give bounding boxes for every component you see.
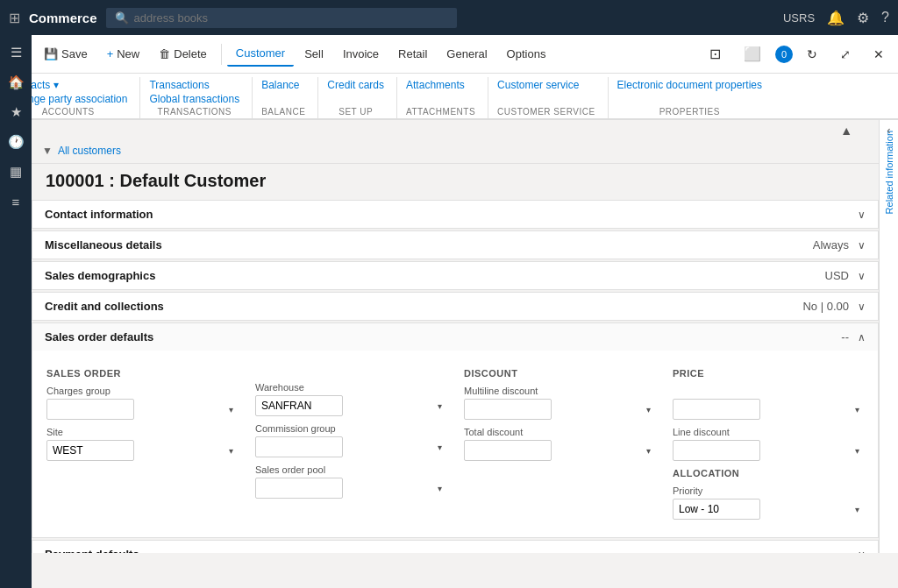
section-payment-defaults-header[interactable]: Payment defaults -- ∨ [32,541,878,553]
ribbon-group-attachments: Attachments Attachments [406,77,488,118]
ribbon-group-balance: Balance Balance [261,77,318,118]
ribbon-credit-cards[interactable]: Credit cards [327,79,384,91]
line-discount-field: Line discount [673,427,864,461]
sidebar-modules[interactable]: ≡ [2,188,30,216]
section-contact-information-header[interactable]: Contact information ∨ [32,201,878,228]
site-field: Site WEST [46,427,238,461]
panel-collapse-icon[interactable]: ‹ [887,124,890,137]
price-select[interactable] [673,399,760,420]
multiline-discount-field: Multiline discount [464,386,655,420]
sod-col-warehouse: Warehouse SANFRAN Commission group [255,368,446,520]
tab-general[interactable]: General [438,42,495,66]
command-bar: ☰ 💾 Save + New 🗑 Delete Customer Sell In… [0,35,898,74]
sidebar-favorites[interactable]: ★ [2,120,30,126]
commission-group-select[interactable] [255,436,343,457]
sod-col-discount: DISCOUNT Multiline discount To [464,368,655,520]
section-credit-collections: Credit and collections No | 0.00 ∨ [32,292,879,321]
save-button[interactable]: 💾 Save [35,42,96,66]
main-scroll: ▲ ▼ All customers 100001 : Default Custo… [32,120,879,553]
cmd-close[interactable]: ✕ [865,42,893,67]
tab-invoice[interactable]: Invoice [334,42,388,66]
charges-group-select[interactable] [46,399,134,420]
top-bar-right: USRS 🔔 ⚙ ? [783,10,889,26]
charges-group-field: Charges group [46,386,238,420]
warehouse-field: Warehouse SANFRAN [255,382,446,416]
sidebar-recent[interactable]: 🕐 [2,128,30,156]
warehouse-select[interactable]: SANFRAN [255,395,343,416]
search-icon: 🔍 [115,11,129,25]
miscellaneous-meta: Always [813,238,849,251]
sales-order-pool-select[interactable] [255,478,343,499]
related-information-label: Related information [884,131,894,214]
section-miscellaneous: Miscellaneous details Always ∨ [32,230,879,259]
line-discount-select[interactable] [673,440,760,461]
ribbon: Contacts ▾ Change party association Acco… [0,74,898,120]
cmd-icon2[interactable]: ⬜ [735,40,770,67]
sod-body: SALES ORDER Charges group Site [32,351,878,537]
total-discount-field: Total discount [464,427,655,461]
section-sales-order-defaults-header[interactable]: Sales order defaults -- ∧ [32,323,878,351]
ribbon-electronic-doc[interactable]: Electronic document properties [617,79,762,91]
sidebar: ☰ 🏠 ★ 🕐 ▦ ≡ [0,120,32,553]
top-bar: ⊞ Commerce 🔍 USRS 🔔 ⚙ ? [0,0,898,35]
ribbon-group-properties: Electronic document properties Propertie… [617,77,774,118]
save-icon: 💾 [44,47,58,60]
search-input[interactable] [134,11,448,25]
section-sales-order-defaults: Sales order defaults -- ∧ SALES ORDER Ch… [32,322,879,538]
ribbon-customer-service[interactable]: Customer service [497,79,579,91]
chevron-up-icon: ∧ [858,331,866,344]
ribbon-global-transactions[interactable]: Global transactions [149,93,239,105]
cmd-maximize[interactable]: ⤢ [831,42,859,67]
section-sales-demographics: Sales demographics USD ∨ [32,261,879,290]
ribbon-group-setup: Credit cards Set up [327,77,397,118]
new-icon: + [107,47,114,60]
ribbon-balance[interactable]: Balance [261,79,299,91]
record-title: 100001 : Default Customer [32,164,879,200]
chevron-down-icon: ∨ [858,301,866,313]
expand-button[interactable]: ▲ [840,124,852,138]
ribbon-group-customer-service: Customer service Customer service [497,77,609,118]
section-miscellaneous-header[interactable]: Miscellaneous details Always ∨ [32,231,878,259]
bell-icon[interactable]: 🔔 [827,10,845,26]
tab-sell[interactable]: Sell [296,42,332,66]
allocation-section: ALLOCATION Priority Low - 10 [673,468,864,520]
new-button[interactable]: + New [98,42,149,66]
price-field: Price [673,386,864,420]
cmd-icon3[interactable]: 0 [775,46,793,63]
chevron-down-icon: ∨ [858,549,866,554]
tab-retail[interactable]: Retail [389,42,436,66]
commission-group-field: Commission group [255,423,446,457]
tab-options[interactable]: Options [498,42,555,66]
credit-collections-meta: No | 0.00 [802,300,849,313]
user-label: USRS [783,11,815,25]
separator [221,44,222,65]
cmd-icon1[interactable]: ⊡ [701,40,730,67]
grid-icon[interactable]: ⊞ [9,10,20,26]
right-panel[interactable]: Related information ‹ [879,120,898,553]
total-discount-select[interactable] [464,440,552,461]
section-payment-defaults: Payment defaults -- ∨ [32,540,879,553]
breadcrumb-bar: ▼ All customers [32,138,879,164]
ribbon-transactions[interactable]: Transactions [149,79,239,91]
top-controls: ▲ [32,120,879,138]
help-icon[interactable]: ? [881,10,889,25]
sidebar-workspaces[interactable]: ▦ [2,158,30,186]
tab-customer[interactable]: Customer [227,41,294,67]
breadcrumb-all-customers[interactable]: All customers [58,145,121,157]
cmd-refresh[interactable]: ↻ [798,42,826,67]
multiline-discount-select[interactable] [464,399,552,420]
chevron-down-icon: ∨ [858,239,866,251]
sales-order-pool-field: Sales order pool [255,464,446,499]
section-contact-information: Contact information ∨ [32,200,879,229]
ribbon-attachments[interactable]: Attachments [406,79,465,91]
section-credit-collections-header[interactable]: Credit and collections No | 0.00 ∨ [32,293,878,320]
app-title: Commerce [29,11,97,25]
site-select[interactable]: WEST [46,440,134,461]
chevron-down-icon: ∨ [858,270,866,282]
search-box: 🔍 [106,8,457,28]
settings-icon[interactable]: ⚙ [857,10,869,26]
section-sales-demographics-header[interactable]: Sales demographics USD ∨ [32,262,878,289]
delete-button[interactable]: 🗑 Delete [150,42,216,66]
delete-icon: 🗑 [159,47,170,60]
priority-select[interactable]: Low - 10 [673,499,760,520]
